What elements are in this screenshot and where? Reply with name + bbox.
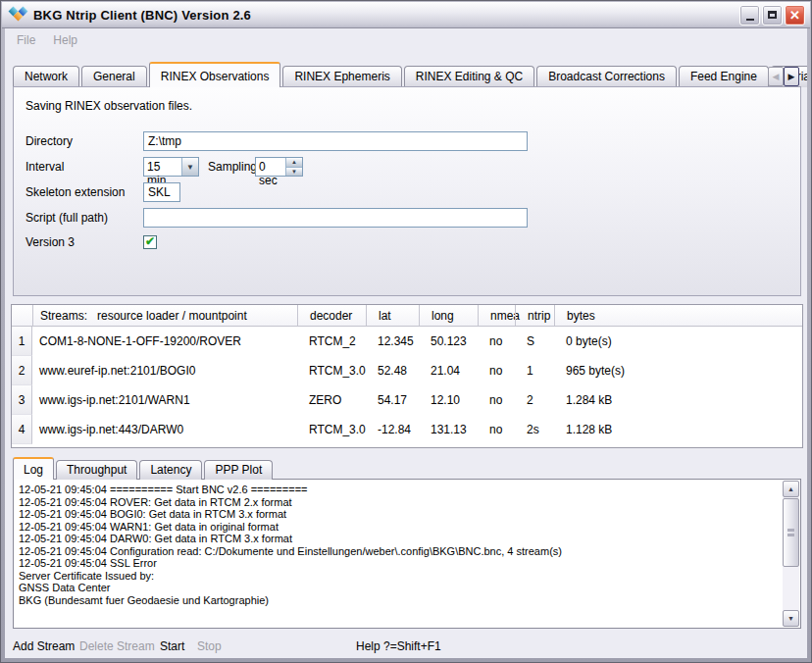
tab-ppp-plot[interactable]: PPP Plot <box>204 460 273 480</box>
cell-decoder: RTCM_3.0 <box>297 356 366 385</box>
bottom-toolbar: Add Stream Delete Stream Start Stop Help… <box>5 635 807 658</box>
tab-scroll-left-icon[interactable]: ◀ <box>768 67 784 86</box>
add-stream-button[interactable]: Add Stream <box>13 639 75 653</box>
header-long: long <box>419 305 478 326</box>
header-lat: lat <box>366 305 419 326</box>
log-line: 12-05-21 09:45:04 ========== Start BNC v… <box>19 484 779 496</box>
menu-file[interactable]: File <box>9 30 43 50</box>
cell-bytes: 1.128 kB <box>554 415 802 444</box>
cell-decoder: ZERO <box>297 385 366 415</box>
skeleton-extension-label: Skeleton extension <box>25 182 125 202</box>
scroll-down-icon[interactable]: ▼ <box>783 610 799 627</box>
cell-ntrip: 1 <box>515 356 554 385</box>
sampling-value: 0 sec <box>256 158 285 176</box>
table-row[interactable]: 4 www.igs-ip.net:443/DARW0 RTCM_3.0 -12.… <box>12 415 802 444</box>
sampling-label: Sampling <box>208 157 257 177</box>
start-button[interactable]: Start <box>160 639 184 653</box>
tab-log[interactable]: Log <box>13 457 54 480</box>
spin-down-icon[interactable]: ▼ <box>286 168 302 177</box>
log-panel: 12-05-21 09:45:04 ========== Start BNC v… <box>13 479 801 629</box>
cell-ntrip: 2 <box>515 385 554 415</box>
scrollbar-thumb[interactable] <box>783 498 799 567</box>
header-decoder: decoder <box>297 305 366 326</box>
header-nmea: nmea <box>478 305 515 326</box>
top-tab-bar: Network General RINEX Observations RINEX… <box>13 62 799 87</box>
tab-broadcast-corrections[interactable]: Broadcast Corrections <box>536 66 677 87</box>
log-line: 12-05-21 09:45:04 DARW0: Get data in RTC… <box>19 533 779 545</box>
close-button[interactable]: ✕ <box>785 5 805 26</box>
cell-long: 12.10 <box>419 385 478 415</box>
row-number: 4 <box>12 415 32 444</box>
tab-throughput[interactable]: Throughput <box>56 460 137 480</box>
panel-caption: Saving RINEX observation files. <box>25 99 192 113</box>
cell-lat: -12.84 <box>366 415 419 444</box>
directory-input[interactable]: Z:\tmp <box>143 131 528 151</box>
table-row[interactable]: 3 www.igs-ip.net:2101/WARN1 ZERO 54.17 1… <box>12 385 802 415</box>
sampling-stepper[interactable]: 0 sec ▲ ▼ <box>255 157 303 177</box>
log-line: Server Certificate Issued by: <box>19 570 779 583</box>
cell-nmea: no <box>478 327 515 356</box>
tab-latency[interactable]: Latency <box>139 460 202 480</box>
help-shortcut-label: Help ?=Shift+F1 <box>356 639 441 653</box>
tab-scroll-buttons: ◀ ▶ <box>768 67 799 86</box>
cell-ntrip: 2s <box>515 415 554 444</box>
maximize-button[interactable] <box>762 5 783 26</box>
log-line: 12-05-21 09:45:04 ROVER: Get data in RTC… <box>19 496 779 509</box>
version3-label: Version 3 <box>25 232 75 252</box>
delete-stream-button[interactable]: Delete Stream <box>79 639 155 653</box>
stop-button[interactable]: Stop <box>197 639 222 653</box>
chevron-down-icon[interactable]: ▼ <box>181 158 198 176</box>
cell-mountpoint: www.euref-ip.net:2101/BOGI0 <box>32 356 297 385</box>
table-row[interactable]: 2 www.euref-ip.net:2101/BOGI0 RTCM_3.0 5… <box>12 356 802 385</box>
interval-value: 15 min <box>144 158 181 176</box>
title-bar: BKG Ntrip Client (BNC) Version 2.6 ✕ <box>2 2 810 28</box>
tab-network[interactable]: Network <box>13 66 79 87</box>
header-bytes: bytes <box>554 305 802 326</box>
log-line: 12-05-21 09:45:04 SSL Error <box>19 557 779 570</box>
cell-lat: 12.345 <box>366 327 419 356</box>
window-controls: ✕ <box>739 5 810 26</box>
cell-long: 21.04 <box>419 356 478 385</box>
cell-mountpoint: COM1-8-NONE-1-OFF-19200/ROVER <box>32 327 297 356</box>
tab-scroll-right-icon[interactable]: ▶ <box>784 67 799 86</box>
tab-rinex-ephemeris[interactable]: RINEX Ephemeris <box>282 66 401 87</box>
cell-lat: 52.48 <box>366 356 419 385</box>
log-scrollbar[interactable]: ▲ ▼ <box>783 481 799 627</box>
header-streams: Streams: resource loader / mountpoint <box>32 305 297 326</box>
tab-general[interactable]: General <box>81 66 147 87</box>
script-full-path-label: Script (full path) <box>25 208 108 228</box>
cell-bytes: 1.284 kB <box>554 385 802 415</box>
cell-ntrip: S <box>515 327 554 356</box>
skeleton-extension-input[interactable]: SKL <box>143 182 180 202</box>
scroll-up-icon[interactable]: ▲ <box>783 481 799 497</box>
directory-label: Directory <box>25 131 73 151</box>
streams-table-header: Streams: resource loader / mountpoint de… <box>12 305 802 327</box>
tab-feed-engine[interactable]: Feed Engine <box>679 66 769 87</box>
menu-help[interactable]: Help <box>45 30 85 50</box>
cell-decoder: RTCM_2 <box>297 327 366 356</box>
application-window: BKG Ntrip Client (BNC) Version 2.6 ✕ Fil… <box>0 0 812 663</box>
row-number: 2 <box>12 356 32 385</box>
rinex-observations-panel: Saving RINEX observation files. Director… <box>13 86 801 296</box>
cell-decoder: RTCM_3.0 <box>297 415 366 444</box>
row-number: 1 <box>12 327 32 356</box>
row-number: 3 <box>12 385 32 415</box>
spin-up-icon[interactable]: ▲ <box>286 158 302 168</box>
streams-table: Streams: resource loader / mountpoint de… <box>11 304 803 448</box>
log-line: 12-05-21 09:45:04 BOGI0: Get data in RTC… <box>19 508 779 521</box>
cell-mountpoint: www.igs-ip.net:443/DARW0 <box>32 415 297 444</box>
app-body: File Help Network General RINEX Observat… <box>5 28 807 658</box>
minimize-button[interactable] <box>739 5 760 26</box>
tab-rinex-editing-qc[interactable]: RINEX Editing & QC <box>404 66 534 87</box>
interval-select[interactable]: 15 min ▼ <box>143 157 199 177</box>
script-full-path-input[interactable] <box>143 208 528 228</box>
cell-mountpoint: www.igs-ip.net:2101/WARN1 <box>32 385 297 415</box>
cell-nmea: no <box>478 415 515 444</box>
bottom-tab-bar: Log Throughput Latency PPP Plot <box>13 457 273 480</box>
cell-long: 50.123 <box>419 327 478 356</box>
table-row[interactable]: 1 COM1-8-NONE-1-OFF-19200/ROVER RTCM_2 1… <box>12 327 802 356</box>
cell-bytes: 0 byte(s) <box>554 327 802 356</box>
tab-rinex-observations[interactable]: RINEX Observations <box>149 62 281 87</box>
version3-checkbox[interactable] <box>143 235 157 249</box>
cell-bytes: 965 byte(s) <box>554 356 802 385</box>
